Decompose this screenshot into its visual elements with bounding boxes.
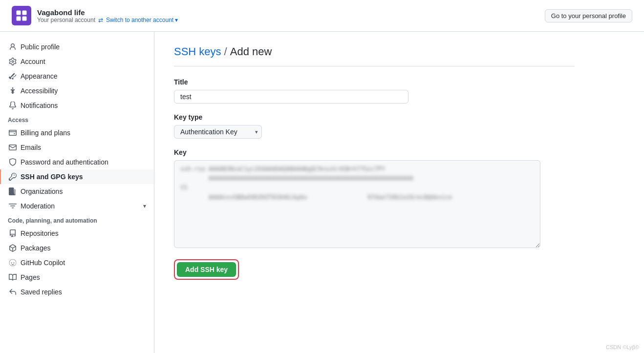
key-label: Key	[174, 148, 575, 156]
add-ssh-button-wrap: Add SSH key	[174, 259, 575, 280]
layout: Public profile Account Appearance Access…	[0, 32, 644, 353]
mail-icon	[9, 144, 17, 151]
svg-rect-1	[22, 11, 27, 15]
sidebar-item-pages[interactable]: Pages	[0, 270, 154, 285]
sidebar-item-label: Accessibility	[21, 87, 58, 95]
breadcrumb-current: Add new	[230, 45, 272, 58]
accessibility-icon	[9, 87, 17, 95]
sidebar: Public profile Account Appearance Access…	[0, 32, 154, 353]
sidebar-item-label: Saved replies	[21, 288, 62, 296]
sidebar-item-label: Billing and plans	[21, 129, 70, 137]
svg-rect-0	[17, 11, 21, 15]
key-group: Key ssh-rsa AAAAB3NzaC1yc2EAAAADAQABAAAB…	[174, 148, 575, 249]
bell-icon	[9, 102, 17, 109]
breadcrumb-separator: /	[224, 45, 227, 58]
sidebar-item-password-auth[interactable]: Password and authentication	[0, 155, 154, 169]
sidebar-item-label: Emails	[21, 144, 41, 151]
sidebar-item-label: SSH and GPG keys	[21, 173, 83, 181]
sidebar-item-label: Account	[21, 58, 45, 65]
sidebar-item-moderation[interactable]: Moderation ▾	[0, 199, 154, 213]
sidebar-item-label: Password and authentication	[21, 158, 108, 166]
sidebar-item-label: Packages	[21, 244, 50, 252]
repo-icon	[9, 229, 17, 237]
add-btn-highlight: Add SSH key	[174, 259, 239, 280]
sidebar-item-appearance[interactable]: Appearance	[0, 69, 154, 83]
sidebar-item-label: Appearance	[21, 72, 58, 80]
sidebar-item-billing[interactable]: Billing and plans	[0, 125, 154, 140]
title-group: Title	[174, 78, 575, 104]
sidebar-item-label: Moderation	[21, 202, 55, 210]
sidebar-item-notifications[interactable]: Notifications	[0, 98, 154, 113]
sidebar-item-repositories[interactable]: Repositories	[0, 226, 154, 241]
breadcrumb: SSH keys / Add new	[174, 45, 575, 66]
sidebar-item-account[interactable]: Account	[0, 54, 154, 69]
key-type-label: Key type	[174, 113, 575, 121]
sidebar-item-label: Organizations	[21, 187, 63, 195]
org-name: Vagabond life	[37, 8, 178, 17]
moderation-icon	[9, 202, 17, 210]
header: Vagabond life Your personal account ⇄ Sw…	[0, 0, 644, 32]
sidebar-item-packages[interactable]: Packages	[0, 241, 154, 255]
access-section-label: Access	[0, 113, 154, 125]
sidebar-item-ssh-gpg[interactable]: SSH and GPG keys	[0, 169, 154, 184]
avatar	[12, 6, 31, 25]
title-input[interactable]	[174, 90, 408, 104]
switch-icon: ⇄	[98, 17, 103, 23]
key-type-select[interactable]: Authentication Key Signing Key	[174, 125, 262, 139]
svg-rect-2	[17, 17, 21, 21]
breadcrumb-ssh-link[interactable]: SSH keys	[174, 45, 221, 58]
header-subtitle: Your personal account ⇄ Switch to anothe…	[37, 17, 178, 23]
org-icon	[9, 187, 17, 195]
svg-rect-3	[22, 17, 27, 21]
header-info: Vagabond life Your personal account ⇄ Sw…	[37, 8, 178, 23]
sidebar-item-organizations[interactable]: Organizations	[0, 184, 154, 199]
sidebar-item-emails[interactable]: Emails	[0, 140, 154, 155]
sidebar-item-label: Public profile	[21, 43, 60, 51]
chevron-down-icon: ▾	[175, 17, 178, 23]
moderation-row: Moderation ▾	[21, 202, 146, 210]
sidebar-item-saved-replies[interactable]: Saved replies	[0, 285, 154, 299]
gear-icon	[9, 58, 17, 65]
code-section-label: Code, planning, and automation	[0, 213, 154, 226]
sidebar-item-label: GitHub Copilot	[21, 259, 65, 267]
key-type-select-wrap: Authentication Key Signing Key ▾	[174, 125, 262, 139]
key-textarea[interactable]: ssh-rsa AAAAB3NzaC1yc2EAAAADAQABAAABgQC9…	[174, 160, 540, 248]
title-label: Title	[174, 78, 575, 86]
reply-icon	[9, 288, 17, 296]
chevron-down-icon: ▾	[143, 203, 146, 209]
personal-profile-button[interactable]: Go to your personal profile	[545, 9, 632, 22]
shield-icon	[9, 158, 17, 166]
sidebar-item-label: Notifications	[21, 102, 58, 109]
watermark: CSDN ©Lyβ©	[606, 344, 639, 350]
switch-account-link[interactable]: Switch to another account ▾	[106, 17, 178, 23]
person-icon	[9, 43, 17, 51]
credit-card-icon	[9, 129, 17, 137]
main-content: SSH keys / Add new Title Key type Authen…	[154, 32, 594, 353]
sidebar-item-copilot[interactable]: GitHub Copilot	[0, 255, 154, 270]
copilot-icon	[9, 259, 17, 267]
sidebar-item-label: Pages	[21, 273, 40, 281]
paintbrush-icon	[9, 72, 17, 80]
pages-icon	[9, 273, 17, 281]
key-type-group: Key type Authentication Key Signing Key …	[174, 113, 575, 139]
package-icon	[9, 244, 17, 252]
sidebar-item-accessibility[interactable]: Accessibility	[0, 83, 154, 98]
key-icon	[9, 173, 17, 181]
sidebar-item-public-profile[interactable]: Public profile	[0, 40, 154, 54]
sidebar-item-label: Repositories	[21, 229, 59, 237]
header-left: Vagabond life Your personal account ⇄ Sw…	[12, 6, 178, 25]
add-ssh-button[interactable]: Add SSH key	[177, 262, 236, 277]
